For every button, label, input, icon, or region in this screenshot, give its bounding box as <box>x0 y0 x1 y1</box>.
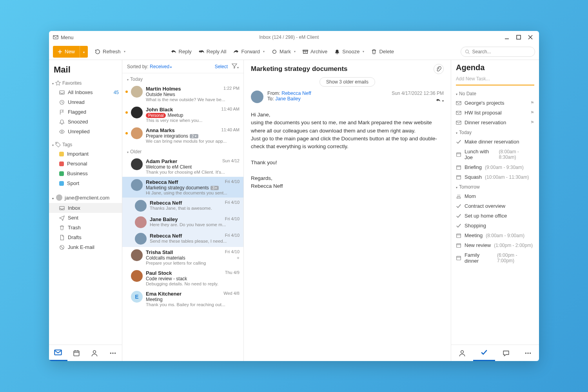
new-button-main[interactable]: New <box>53 49 80 54</box>
message-date: Fri 4/10 <box>225 179 240 185</box>
refresh-button[interactable]: Refresh <box>95 49 125 54</box>
agenda-item[interactable]: Lunch with Joe (8:00am - 8:30am) <box>456 147 534 162</box>
message-item[interactable]: Trisha StallFri 4/10Coldcalls materials⌖… <box>122 247 243 268</box>
from-link[interactable]: Rebecca Neff <box>281 91 311 96</box>
mark-button[interactable]: Mark <box>272 49 296 54</box>
agenda-tab-chat[interactable] <box>495 345 517 361</box>
cal-icon <box>456 165 461 170</box>
delete-label: Delete <box>379 49 394 54</box>
reply-all-button[interactable]: Reply All <box>199 49 227 54</box>
agenda-item[interactable]: Shopping <box>456 221 534 230</box>
tab-calendar[interactable] <box>67 345 86 361</box>
agenda-tab-tasks[interactable] <box>473 345 495 361</box>
agenda-item[interactable]: Mom <box>456 191 534 201</box>
bell-icon <box>334 49 340 54</box>
message-group-header[interactable]: Today <box>122 73 243 83</box>
svg-rect-40 <box>457 243 461 247</box>
agenda-section-label: Today <box>459 130 472 135</box>
message-group-header[interactable]: Older <box>122 146 243 156</box>
new-button-caret[interactable] <box>80 46 88 58</box>
show-older-button[interactable]: Show 3 older emails <box>319 77 375 87</box>
agenda-item[interactable]: Make dinner reservation <box>456 137 534 147</box>
agenda-tab-more[interactable] <box>517 345 539 361</box>
avatar <box>131 158 143 170</box>
sidebar-item-unread[interactable]: Unread <box>49 97 122 107</box>
message-item[interactable]: Paul StockThu 4/9Code review - stackDebu… <box>122 268 243 289</box>
archive-button[interactable]: Archive <box>303 49 327 54</box>
sidebar-item-snoozed[interactable]: Snoozed <box>49 117 122 127</box>
sender-avatar <box>251 91 263 103</box>
tags-header[interactable]: Tags <box>49 140 122 149</box>
agenda-section-header[interactable]: No Date <box>456 89 534 98</box>
message-preview: Thanks Jane, that is awesome. <box>150 206 240 211</box>
add-task-input[interactable]: Add New Task... <box>456 74 534 85</box>
sidebar-item-label: Snoozed <box>68 119 88 125</box>
tag-personal[interactable]: Personal <box>49 159 122 169</box>
sidebar-item-all-inboxes[interactable]: All Inboxes45 <box>49 87 122 97</box>
tag-business[interactable]: Business <box>49 169 122 178</box>
agenda-item[interactable]: HW list proposal⚑ <box>456 108 534 118</box>
tab-more[interactable] <box>104 345 122 361</box>
message-item[interactable]: Adam ParkerSun 4/12Welcome to eM ClientT… <box>122 156 243 177</box>
delete-button[interactable]: Delete <box>371 49 394 54</box>
search-box[interactable] <box>461 47 535 57</box>
svg-point-15 <box>61 131 63 132</box>
folder-junk-e-mail[interactable]: Junk E-mail <box>49 242 122 252</box>
message-item[interactable]: Rebecca NeffFri 4/10Marketing strategy d… <box>122 177 243 198</box>
minimize-button[interactable] <box>505 35 509 40</box>
tag-important[interactable]: Important <box>49 149 122 159</box>
reply-button[interactable]: Reply <box>171 49 192 54</box>
folder-inbox[interactable]: Inbox <box>49 203 122 213</box>
message-item[interactable]: Anna Marks11:40 AMPrepare integrations2W… <box>122 125 243 146</box>
select-link[interactable]: Select <box>215 64 228 69</box>
folder-sent[interactable]: Sent <box>49 213 122 223</box>
close-button[interactable] <box>528 35 533 40</box>
message-item[interactable]: John Black11:40 AMPersonalMeetupThis is … <box>122 104 243 125</box>
message-item[interactable]: Rebecca NeffFri 4/10Send me these tables… <box>122 230 243 247</box>
agenda-item[interactable]: Family dinner (6:00pm - 7:00pm) <box>456 250 534 266</box>
agenda-tab-contacts[interactable] <box>451 345 473 361</box>
reply-dropdown[interactable] <box>436 98 444 103</box>
tag-sport[interactable]: Sport <box>49 178 122 188</box>
cal-icon <box>456 243 461 248</box>
snooze-button[interactable]: Snooze <box>334 49 364 54</box>
maximize-button[interactable] <box>516 35 521 40</box>
message-item[interactable]: Jane BaileyFri 4/10Here they are. Do you… <box>122 214 243 230</box>
menu-button[interactable]: Menu <box>53 34 74 40</box>
agenda-item[interactable]: Meeting (8:00am - 9:00am) <box>456 230 534 240</box>
folder-drafts[interactable]: Drafts <box>49 232 122 242</box>
message-item[interactable]: EEma KitchenerWed 4/8MeetingThank you ms… <box>122 289 243 309</box>
agenda-item[interactable]: Dinner reservation⚑ <box>456 118 534 127</box>
agenda-item[interactable]: Squash (10:00am - 11:30am) <box>456 172 534 182</box>
message-item[interactable]: Rebecca NeffFri 4/10Thanks Jane, that is… <box>122 198 243 214</box>
agenda-item[interactable]: George's projects⚑ <box>456 98 534 108</box>
agenda-item[interactable]: New review (1:00pm - 2:00pm) <box>456 240 534 250</box>
tag-color-icon <box>59 171 64 176</box>
sidebar-tabs <box>49 345 122 361</box>
search-input[interactable] <box>472 49 531 54</box>
agenda-section-header[interactable]: Today <box>456 127 534 137</box>
star-icon <box>55 80 61 86</box>
tab-mail[interactable] <box>49 345 67 361</box>
agenda-item[interactable]: Set up home office <box>456 211 534 221</box>
favorites-header[interactable]: Favorites <box>49 79 122 87</box>
filter-button[interactable] <box>232 63 239 70</box>
tab-contacts[interactable] <box>85 345 104 361</box>
avatar <box>131 127 143 139</box>
message-header: From: Rebecca Neff To: Jane Bailey Sun 4… <box>251 91 444 104</box>
message-item[interactable]: Martin Holmes1:22 PMOutside NewsWhat is … <box>122 83 243 104</box>
sidebar-item-flagged[interactable]: Flagged <box>49 107 122 117</box>
account-header[interactable]: jane@emclient.com <box>49 192 122 203</box>
agenda-item[interactable]: Briefing (9:00am - 9:30am) <box>456 162 534 172</box>
to-link[interactable]: Jane Bailey <box>275 96 301 102</box>
sort-dropdown[interactable]: Received <box>150 64 172 69</box>
message-date: 11:40 AM <box>221 107 240 113</box>
agenda-section-header[interactable]: Tomorrow <box>456 182 534 191</box>
folder-trash[interactable]: Trash <box>49 223 122 232</box>
message-preview: Prepare your letters for calling <box>146 261 240 265</box>
sidebar-item-unreplied[interactable]: Unreplied <box>49 127 122 136</box>
attachment-button[interactable] <box>434 64 444 74</box>
forward-button[interactable]: Forward <box>233 49 265 54</box>
agenda-item[interactable]: Contract overview <box>456 201 534 211</box>
svg-point-28 <box>114 352 116 354</box>
